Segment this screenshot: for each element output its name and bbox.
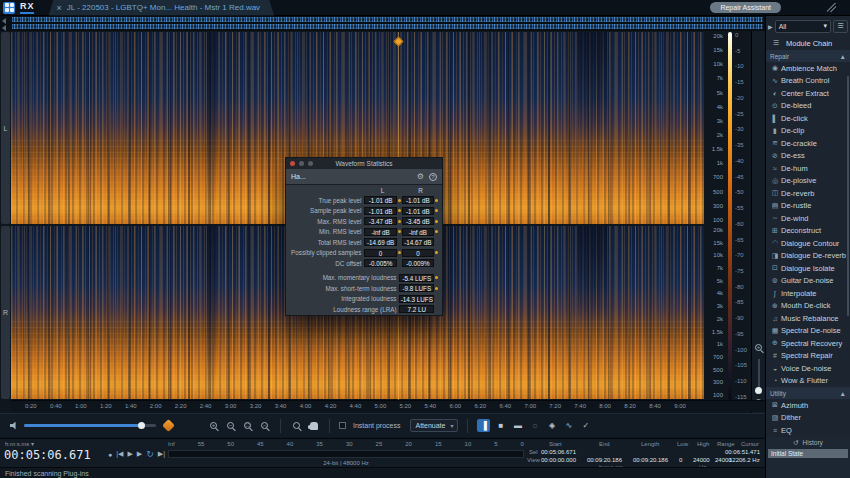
lasso-selection-tool[interactable]: ◌ xyxy=(528,419,541,432)
record-button[interactable]: ● xyxy=(108,451,112,458)
module-list-item[interactable]: ▌ De-click xyxy=(766,112,850,125)
db-tick-label: -40 xyxy=(735,158,750,164)
play-selection-button[interactable]: ▶ xyxy=(137,450,142,458)
module-list-item[interactable]: ≋ De-crackle xyxy=(766,137,850,150)
module-list-item[interactable]: ≡ EQ xyxy=(766,424,850,437)
overview-collapse-icon[interactable] xyxy=(2,18,6,24)
meter-tick-label: 20 xyxy=(405,441,412,447)
statistic-label: Total RMS level xyxy=(289,239,361,246)
panel-menu-button[interactable]: ☰ xyxy=(833,20,848,33)
zoom-fit-button[interactable]: ↔ xyxy=(258,419,271,432)
selection-info-table: Start End Length Low High Range Cursor S… xyxy=(527,439,765,468)
file-tab[interactable]: × JL - 220503 - LGBTQ+ Mon... Health - M… xyxy=(49,0,275,16)
help-icon[interactable]: ? xyxy=(429,173,437,181)
time-frequency-selection-tool[interactable]: ■ xyxy=(494,419,507,432)
skip-to-start-button[interactable]: |◀ xyxy=(116,450,123,458)
warning-dot-icon xyxy=(398,199,401,202)
tab-close-icon[interactable]: × xyxy=(57,3,62,13)
panel-collapse-icon[interactable]: ▶ xyxy=(768,23,773,30)
time-tick-label: 7:20 xyxy=(549,403,561,412)
volume-slider[interactable] xyxy=(24,424,156,427)
frequency-selection-tool[interactable]: ▬ xyxy=(511,419,524,432)
module-list-item[interactable]: ⊡ Dialogue Isolate xyxy=(766,262,850,275)
module-list-item[interactable]: ⊚ Guitar De-noise xyxy=(766,275,850,288)
overview-waveform-right[interactable] xyxy=(12,24,763,29)
repair-section-header[interactable]: Repair ▲ xyxy=(766,50,850,62)
module-list-item[interactable]: ◐ Center Extract xyxy=(766,87,850,100)
preset-name[interactable]: Ha... xyxy=(291,173,417,180)
meter-tick-label: 30 xyxy=(346,441,353,447)
module-label: De-crackle xyxy=(781,139,817,148)
module-list-item[interactable]: ◠ Dialogue Contour xyxy=(766,237,850,250)
time-format-dropdown[interactable]: h:m:s.ms ▾ xyxy=(5,440,34,447)
gear-icon[interactable]: ⚙ xyxy=(417,172,424,181)
vertical-zoom-knob[interactable] xyxy=(755,387,762,394)
module-list-item[interactable]: ◉ Ambience Match xyxy=(766,62,850,75)
dialog-titlebar[interactable]: Waveform Statistics xyxy=(286,158,442,169)
low-value: 0 xyxy=(679,457,682,463)
warning-dot-icon xyxy=(435,199,438,202)
channel-strip-left[interactable]: L xyxy=(1,32,10,224)
module-list-item[interactable]: ◔ Wow & Flutter xyxy=(766,375,850,388)
loop-button[interactable]: ↻ xyxy=(146,449,154,459)
module-list-item[interactable]: ♫ Music Rebalance xyxy=(766,312,850,325)
zoom-tool-button[interactable] xyxy=(290,419,303,432)
module-icon: ⊙ xyxy=(769,102,781,110)
overview-waveform-left[interactable] xyxy=(12,17,763,22)
module-chain-item[interactable]: ☰ Module Chain xyxy=(766,36,850,50)
module-list-item[interactable]: ⊛ Mouth De-click xyxy=(766,300,850,313)
skip-to-end-button[interactable]: ▶| xyxy=(158,450,165,458)
module-list-item[interactable]: ◎ De-plosive xyxy=(766,175,850,188)
module-list-item[interactable]: ∿ Breath Control xyxy=(766,75,850,88)
statistic-label: Possibly clipped samples xyxy=(289,249,361,256)
module-list-item[interactable]: ⊘ De-ess xyxy=(766,150,850,163)
module-label: De-reverb xyxy=(781,189,814,198)
module-list-item[interactable]: ∼ De-wind xyxy=(766,212,850,225)
module-list-item[interactable]: # Spectral Repair xyxy=(766,350,850,363)
overview-strip[interactable] xyxy=(0,16,765,31)
utility-section-header[interactable]: Utility ▲ xyxy=(766,387,850,399)
freq-tick-label: 5k xyxy=(717,90,723,96)
time-ruler[interactable]: 0:200:401:001:201:402:002:202:403:003:20… xyxy=(11,400,704,412)
module-list-item[interactable]: ⊙ De-bleed xyxy=(766,100,850,113)
zoom-in-button[interactable]: + xyxy=(207,419,220,432)
magic-wand-tool[interactable]: ◈ xyxy=(545,419,558,432)
module-list-item[interactable]: ◫ De-reverb xyxy=(766,187,850,200)
channel-strip-right[interactable]: R xyxy=(1,226,10,399)
module-list-item[interactable]: ⊠ Azimuth xyxy=(766,399,850,412)
zoom-out-button[interactable]: − xyxy=(224,419,237,432)
output-level-meter[interactable] xyxy=(168,450,524,458)
module-list-item[interactable]: ◒ Voice De-noise xyxy=(766,362,850,375)
module-list-item[interactable]: ≈ De-hum xyxy=(766,162,850,175)
db-tick-label: -5 xyxy=(735,48,750,54)
vertical-zoom-in-icon[interactable]: + xyxy=(755,344,762,351)
grab-tool-button[interactable] xyxy=(307,419,320,432)
volume-icon[interactable] xyxy=(10,422,19,430)
module-filter-dropdown[interactable]: All ▾ xyxy=(775,20,831,33)
module-list-item[interactable]: ⊕ Spectral Recovery xyxy=(766,337,850,350)
rx-logo-icon[interactable] xyxy=(3,2,15,14)
rx-monitor-icon[interactable] xyxy=(162,419,175,432)
sort-icon: ▲ xyxy=(840,53,846,60)
module-list-item[interactable]: ▨ Dither xyxy=(766,412,850,425)
volume-slider-knob[interactable] xyxy=(138,422,145,429)
module-list-item[interactable]: ◨ Dialogue De-reverb xyxy=(766,250,850,263)
meter-tick-label: 5 xyxy=(494,441,497,447)
instant-process-module-dropdown[interactable]: Attenuate ▾ xyxy=(410,419,458,432)
module-list-item[interactable]: ▮ De-clip xyxy=(766,125,850,138)
repair-assistant-button[interactable]: Repair Assistant xyxy=(710,2,781,13)
play-button[interactable]: ▶ xyxy=(127,450,132,458)
module-list-item[interactable]: ▤ De-rustle xyxy=(766,200,850,213)
zoom-selection-button[interactable]: □ xyxy=(241,419,254,432)
freq-tick-label: 500 xyxy=(713,189,723,195)
confirm-selection-icon[interactable]: ✓ xyxy=(579,419,592,432)
sidebar-scrollbar[interactable] xyxy=(847,76,849,316)
instant-process-checkbox[interactable] xyxy=(339,422,346,429)
history-entry[interactable]: Initial State xyxy=(768,449,848,458)
time-selection-tool[interactable]: ▐ xyxy=(477,419,490,432)
module-list-item[interactable]: ▦ Spectral De-noise xyxy=(766,325,850,338)
brush-selection-tool[interactable]: ∿ xyxy=(562,419,575,432)
module-list-item[interactable]: ⊞ Deconstruct xyxy=(766,225,850,238)
module-icon: ⊘ xyxy=(769,152,781,160)
module-list-item[interactable]: ∫ Interpolate xyxy=(766,287,850,300)
